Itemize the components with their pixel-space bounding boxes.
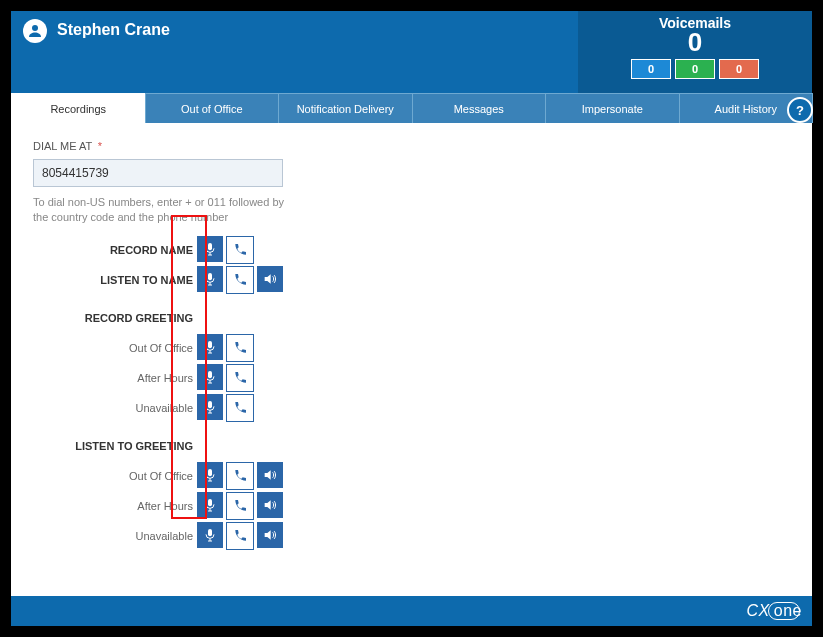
speaker-icon (262, 271, 278, 287)
cloud-icon (768, 602, 800, 620)
mic-icon (202, 527, 218, 543)
brand-cx: CX (747, 602, 770, 620)
phone-icon (232, 272, 248, 288)
tab-messages[interactable]: Messages (412, 93, 547, 123)
listen-greeting-unavailable-label: Unavailable (33, 530, 197, 542)
dial-me-at-label: DIAL ME AT (33, 140, 92, 152)
phone-icon (232, 498, 248, 514)
mic-icon (202, 339, 218, 355)
phone-icon (232, 528, 248, 544)
main-content: DIAL ME AT * To dial non-US numbers, ent… (11, 123, 812, 596)
mic-icon (202, 271, 218, 287)
record-greeting-unavailable-label: Unavailable (33, 402, 197, 414)
mic-icon (202, 369, 218, 385)
phone-icon (232, 340, 248, 356)
svg-rect-6 (208, 469, 212, 476)
listen-afterhours-mic-button[interactable] (197, 492, 223, 518)
tab-impersonate[interactable]: Impersonate (545, 93, 680, 123)
phone-icon (232, 468, 248, 484)
record-afterhours-mic-button[interactable] (197, 364, 223, 390)
footer-bar: CXone (11, 596, 812, 626)
phone-icon (232, 242, 248, 258)
listen-to-greeting-label: LISTEN TO GREETING (33, 440, 197, 452)
voicemail-badge-new[interactable]: 0 (631, 59, 671, 79)
tab-recordings[interactable]: Recordings (11, 93, 146, 123)
listen-name-phone-button[interactable] (226, 266, 254, 294)
dial-me-at-input[interactable] (33, 159, 283, 187)
listen-greeting-ooo-label: Out Of Office (33, 470, 197, 482)
record-greeting-ooo-label: Out Of Office (33, 342, 197, 354)
required-mark: * (98, 140, 102, 152)
tab-notification-delivery[interactable]: Notification Delivery (278, 93, 413, 123)
svg-point-0 (32, 25, 38, 31)
mic-icon (202, 241, 218, 257)
user-name: Stephen Crane (57, 21, 170, 39)
speaker-icon (262, 527, 278, 543)
tab-bar: Recordings Out of Office Notification De… (11, 93, 812, 123)
voicemail-badge-saved[interactable]: 0 (675, 59, 715, 79)
record-unavailable-mic-button[interactable] (197, 394, 223, 420)
record-greeting-label: RECORD GREETING (33, 312, 197, 324)
speaker-icon (262, 467, 278, 483)
listen-name-speaker-button[interactable] (257, 266, 283, 292)
svg-rect-4 (208, 371, 212, 378)
phone-icon (232, 400, 248, 416)
voicemail-panel: Voicemails 0 0 0 0 (578, 11, 812, 93)
svg-rect-2 (208, 273, 212, 280)
listen-greeting-after-hours-label: After Hours (33, 500, 197, 512)
tab-out-of-office[interactable]: Out of Office (145, 93, 280, 123)
svg-rect-1 (208, 243, 212, 250)
mic-icon (202, 497, 218, 513)
listen-unavailable-speaker-button[interactable] (257, 522, 283, 548)
listen-ooo-speaker-button[interactable] (257, 462, 283, 488)
record-ooo-mic-button[interactable] (197, 334, 223, 360)
phone-icon (232, 370, 248, 386)
listen-ooo-phone-button[interactable] (226, 462, 254, 490)
listen-unavailable-phone-button[interactable] (226, 522, 254, 550)
record-unavailable-phone-button[interactable] (226, 394, 254, 422)
voicemails-count: 0 (688, 29, 702, 55)
svg-rect-7 (208, 499, 212, 506)
record-name-label: RECORD NAME (33, 244, 197, 256)
speaker-icon (262, 497, 278, 513)
record-name-phone-button[interactable] (226, 236, 254, 264)
dial-hint: To dial non-US numbers, enter + or 011 f… (33, 195, 293, 225)
user-icon (26, 22, 44, 40)
avatar (23, 19, 47, 43)
record-ooo-phone-button[interactable] (226, 334, 254, 362)
svg-rect-5 (208, 401, 212, 408)
voicemail-badge-urgent[interactable]: 0 (719, 59, 759, 79)
listen-to-name-label: LISTEN TO NAME (33, 274, 197, 286)
brand-logo: CXone (747, 602, 802, 620)
svg-rect-3 (208, 341, 212, 348)
mic-icon (202, 467, 218, 483)
mic-icon (202, 399, 218, 415)
listen-ooo-mic-button[interactable] (197, 462, 223, 488)
help-icon[interactable]: ? (787, 97, 813, 123)
listen-afterhours-phone-button[interactable] (226, 492, 254, 520)
svg-rect-8 (208, 529, 212, 536)
listen-unavailable-mic-button[interactable] (197, 522, 223, 548)
listen-name-mic-button[interactable] (197, 266, 223, 292)
record-name-mic-button[interactable] (197, 236, 223, 262)
record-afterhours-phone-button[interactable] (226, 364, 254, 392)
record-greeting-after-hours-label: After Hours (33, 372, 197, 384)
header-bar: Stephen Crane Voicemails 0 0 0 0 (11, 11, 812, 93)
listen-afterhours-speaker-button[interactable] (257, 492, 283, 518)
